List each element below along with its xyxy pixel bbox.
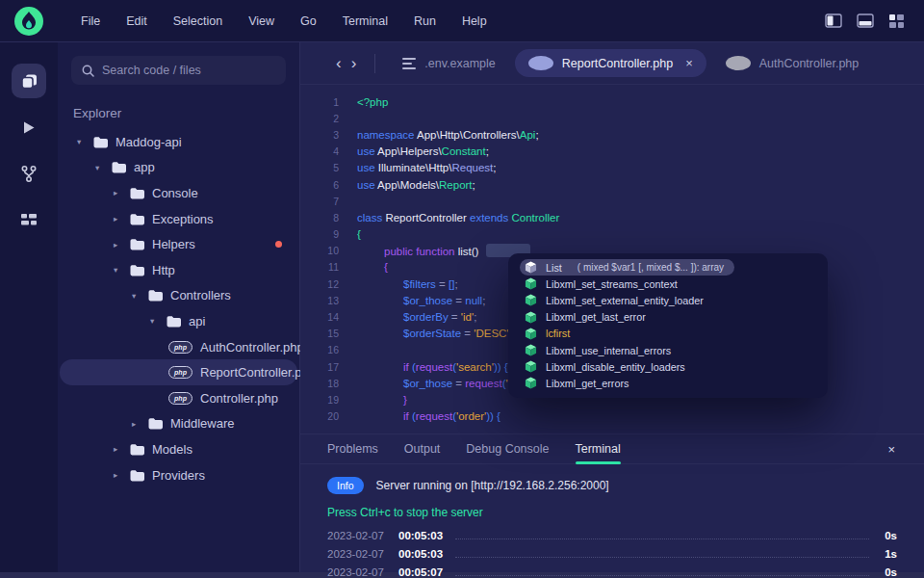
- search-box[interactable]: [71, 56, 286, 85]
- tree-item-controllers[interactable]: ▾Controllers: [60, 283, 297, 309]
- chevron-right-icon[interactable]: ▸: [114, 214, 129, 223]
- code-line: 4use App\Helpers\Constant;: [300, 144, 924, 160]
- tree-item-models[interactable]: ▸Models: [60, 436, 297, 462]
- menu-help[interactable]: Help: [462, 14, 487, 28]
- autocomplete-label: Libxml_get_last_error: [546, 311, 646, 323]
- code-text: <?php: [357, 96, 388, 108]
- autocomplete-item-libxml-set-streams-context[interactable]: Libxml_set_streams_context: [515, 276, 821, 292]
- nav-forward-icon[interactable]: ›: [346, 55, 362, 71]
- panel-bottom-icon[interactable]: [857, 13, 874, 28]
- tree-item-exceptions[interactable]: ▸Exceptions: [60, 206, 297, 232]
- autocomplete-label: Libxml_get_errors: [546, 378, 629, 389]
- tree-item-helpers[interactable]: ▸Helpers: [60, 231, 297, 257]
- code-line: 5use Illuminate\Http\Request;: [300, 160, 924, 176]
- tree-item-label: api: [189, 314, 205, 328]
- autocomplete-label: Libxml_set_streams_context: [546, 278, 678, 290]
- tree-item-app[interactable]: ▾app: [60, 155, 297, 181]
- line-number: 13: [300, 295, 339, 306]
- log-date: 2023-02-07: [327, 566, 391, 578]
- chevron-right-icon[interactable]: ▸: [114, 188, 129, 197]
- code-line: 9{: [300, 226, 924, 243]
- panel-tab-terminal[interactable]: Terminal: [576, 434, 621, 463]
- menu-file[interactable]: File: [81, 14, 100, 28]
- tree-item-controller-php[interactable]: phpController.php: [60, 385, 297, 411]
- chevron-right-icon[interactable]: ▸: [114, 470, 129, 480]
- chevron-down-icon[interactable]: ▾: [150, 316, 166, 326]
- folder-icon: [129, 443, 144, 456]
- tree-item-maddog-api[interactable]: ▾Maddog-api: [60, 129, 297, 155]
- activity-run-icon[interactable]: [12, 110, 46, 144]
- chevron-down-icon[interactable]: ▾: [114, 265, 129, 275]
- code-text: $orderBy = 'id';: [357, 311, 476, 323]
- code-line: 6use App\Models\Report;: [300, 176, 924, 193]
- terminal-logs: 2023-02-0700:05:030s2023-02-0700:05:031s…: [327, 530, 897, 578]
- code-line: 2: [300, 110, 924, 126]
- menu-view[interactable]: View: [248, 14, 274, 28]
- menu-edit[interactable]: Edit: [126, 14, 147, 28]
- panel-tab-debug-console[interactable]: Debug Console: [466, 434, 549, 463]
- activity-files-icon[interactable]: [12, 64, 46, 98]
- panel-tab-output[interactable]: Output: [404, 434, 441, 463]
- editor-tab-env-example[interactable]: .env.example: [389, 50, 508, 77]
- autocomplete-item-libxml-get-last-error[interactable]: Libxml_get_last_error: [515, 309, 821, 326]
- chevron-down-icon[interactable]: ▾: [132, 291, 147, 301]
- line-number: 9: [300, 228, 339, 240]
- editor-tab-reportcontroller-php[interactable]: ReportController.php×: [515, 49, 706, 77]
- autocomplete-item-libxml-set-external-entity-loader[interactable]: Libxml_set_external_entity_loader: [515, 292, 821, 308]
- chevron-right-icon[interactable]: ▸: [114, 240, 129, 250]
- menu-go[interactable]: Go: [300, 14, 317, 28]
- folder-icon: [129, 238, 144, 250]
- chevron-down-icon[interactable]: ▾: [77, 137, 92, 146]
- autocomplete-item-list[interactable]: List( mixed $var1 [, mixed $... ]): arra…: [515, 259, 821, 276]
- menu-run[interactable]: Run: [414, 14, 436, 28]
- log-time: 00:05:03: [398, 548, 443, 560]
- search-input[interactable]: [102, 64, 275, 77]
- chevron-down-icon[interactable]: ▾: [95, 163, 111, 172]
- line-number: 4: [300, 145, 339, 157]
- tree-item-authcontroller-php[interactable]: phpAuthController.php: [60, 334, 297, 360]
- cube-icon: [525, 294, 537, 306]
- menu-terminal[interactable]: Terminal: [343, 14, 388, 28]
- autocomplete-item-lcfirst[interactable]: lcfirst: [515, 326, 821, 342]
- folder-icon: [147, 417, 163, 430]
- menu-selection[interactable]: Selection: [173, 14, 222, 28]
- info-badge: Info: [327, 477, 364, 494]
- panel-tab-problems[interactable]: Problems: [327, 434, 378, 463]
- editor-tab-authcontroller-php[interactable]: AuthController.php: [712, 49, 873, 77]
- tree-item-api[interactable]: ▾api: [60, 308, 297, 334]
- panel-close-icon[interactable]: ×: [887, 442, 895, 457]
- nav-back-icon[interactable]: ‹: [331, 55, 346, 71]
- tree-item-middleware[interactable]: ▸Middleware: [60, 411, 297, 437]
- activity-extensions-icon[interactable]: [12, 202, 46, 237]
- tree-item-http[interactable]: ▾Http: [60, 257, 297, 283]
- line-number: 17: [300, 361, 339, 373]
- close-icon[interactable]: ×: [685, 56, 693, 70]
- line-number: 1: [300, 96, 339, 108]
- tree-item-label: Providers: [152, 468, 205, 483]
- code-text: $orderState = 'DESC';: [357, 328, 512, 339]
- chevron-right-icon[interactable]: ▸: [114, 444, 129, 454]
- grid-layout-icon[interactable]: [888, 13, 905, 29]
- folder-icon: [92, 136, 108, 148]
- autocomplete-item-libxml-get-errors[interactable]: Libxml_get_errors: [515, 375, 821, 391]
- file-tree: ▾Maddog-api▾app▸Console▸Exceptions▸Helpe…: [58, 129, 299, 572]
- flame-logo-icon: [13, 6, 44, 37]
- split-sidebar-icon[interactable]: [825, 13, 842, 28]
- dotted-leader: [455, 575, 869, 576]
- tree-item-label: Middleware: [170, 416, 234, 431]
- tree-item-providers[interactable]: ▸Providers: [60, 462, 297, 488]
- log-date: 2023-02-07: [327, 548, 391, 560]
- code-text: $or_those = null;: [357, 295, 485, 306]
- php-file-icon: php: [168, 392, 192, 405]
- tree-item-reportcontroller-php[interactable]: phpReportController.php: [60, 359, 297, 385]
- autocomplete-popup: List( mixed $var1 [, mixed $... ]): arra…: [508, 253, 828, 398]
- line-number: 3: [300, 129, 339, 141]
- autocomplete-item-libxml-use-internal-errors[interactable]: Libxml_use_internal_errors: [515, 342, 821, 358]
- chevron-right-icon[interactable]: ▸: [132, 419, 147, 429]
- autocomplete-item-libxml-disable-entity-loaders[interactable]: Libxml_disable_entity_loaders: [515, 358, 821, 375]
- editor-tab-label: ReportController.php: [562, 57, 673, 70]
- tree-item-label: AuthController.php: [200, 340, 304, 355]
- activity-source-control-icon[interactable]: [12, 156, 46, 191]
- tree-item-console[interactable]: ▸Console: [60, 180, 297, 206]
- file-list-icon: [402, 58, 416, 69]
